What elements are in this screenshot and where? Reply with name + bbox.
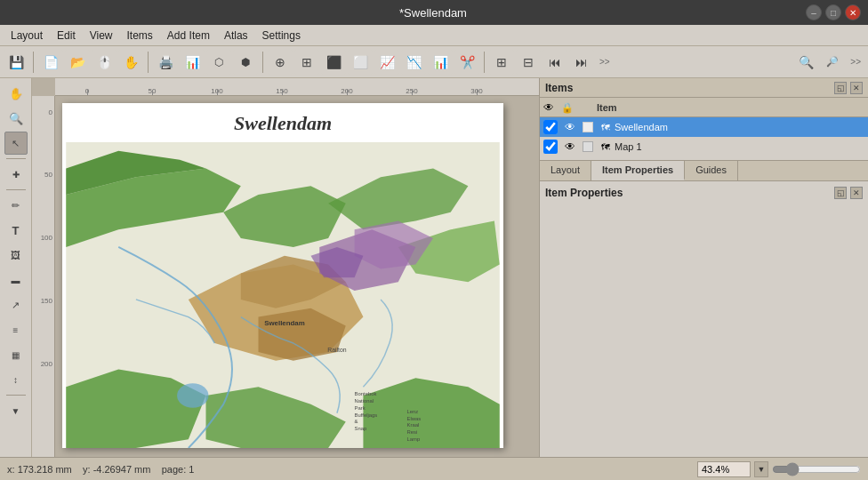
chart-button[interactable]: 📈 [374,50,399,75]
lt-sep1 [6,158,26,159]
scalebar-button[interactable]: ↕ [4,368,28,391]
add-map-button[interactable]: ✚ [4,163,28,186]
tab-layout[interactable]: Layout [540,161,591,180]
item-name-swellendam: Swellendam [615,122,864,132]
item-row-map1[interactable]: 👁 🗺 Map 1 [540,137,868,156]
item-eye-swellendam[interactable]: 👁 [561,121,579,133]
map-area: Swellendam Railton Bontebok National Par… [62,142,503,448]
zoom-input[interactable] [697,461,751,477]
menu-add-item[interactable]: Add Item [160,28,217,44]
menu-atlas[interactable]: Atlas [217,28,255,44]
svg-text:Kraal: Kraal [407,422,420,428]
item-icon-swellendam: 🗺 [597,123,615,132]
status-bar: x: 173.218 mm y: -4.26947 mm page: 1 ▼ [0,457,868,480]
menu-edit[interactable]: Edit [50,28,83,44]
table-button[interactable]: ≡ [4,318,28,341]
print-button[interactable]: 🖨️ [153,50,178,75]
props-float[interactable]: ◱ [834,187,847,199]
toolbar-more[interactable]: >> [596,55,614,68]
move-button[interactable]: ✋ [118,50,143,75]
props-close[interactable]: ✕ [850,187,863,199]
item-eye-map1[interactable]: 👁 [561,140,579,153]
tb-sep4 [484,52,485,73]
maximize-button[interactable]: □ [825,4,841,20]
zoom-tool-button[interactable]: 🔍 [4,107,28,130]
ruler-tick-100 [217,90,218,95]
ruler-v-150: 150 [41,297,52,305]
minimize-button[interactable]: – [806,4,822,20]
image-button[interactable]: 🖼 [4,244,28,267]
zoom-in-button[interactable]: 🔍 [793,50,818,75]
properties-controls: ◱ ✕ [834,187,863,199]
chart2-button[interactable]: 📉 [401,50,426,75]
ruler-tick-300 [477,90,478,95]
menu-view[interactable]: View [83,28,120,44]
map-title: Swellendam [62,103,503,135]
map-svg: Swellendam Railton Bontebok National Par… [62,142,503,448]
export3-button[interactable]: ⬢ [233,50,258,75]
item-check-map1[interactable] [543,140,558,154]
svg-text:National: National [355,398,374,404]
new-button[interactable]: 📄 [38,50,63,75]
open-button[interactable]: 📂 [65,50,90,75]
menu-items[interactable]: Items [120,28,160,44]
properties-title: Item Properties [545,187,623,199]
zoom-slider[interactable] [772,462,861,476]
zoom-dropdown[interactable]: ▼ [754,461,768,477]
lt-sep2 [6,189,26,190]
arrow-button[interactable]: ↗ [4,293,28,316]
canvas-sheet: Swellendam [62,103,503,448]
page-value: 1 [189,464,194,475]
export2-button[interactable]: ⬡ [206,50,231,75]
zoom-full-button[interactable]: ⊞ [294,50,319,75]
canvas-area[interactable]: 0 50 100 150 200 250 300 0 50 100 150 20… [32,78,539,457]
tab-item-properties[interactable]: Item Properties [591,161,685,180]
items-panel-title: Items [545,82,573,94]
zoom-out-button[interactable]: 🔎 [820,50,845,75]
group-button[interactable]: ⊞ [489,50,514,75]
text-button[interactable]: T [4,219,28,242]
chart3-button[interactable]: 📊 [428,50,453,75]
export-button[interactable]: 📊 [180,50,205,75]
close-button[interactable]: ✕ [845,4,861,20]
deselect-button[interactable]: ⬜ [348,50,373,75]
prev-button[interactable]: ⏮ [542,50,567,75]
right-panel: Items ◱ ✕ 👁 🔒 Item 👁 🗺 [539,78,868,457]
menu-layout[interactable]: Layout [4,28,50,44]
legend-button[interactable]: ▦ [4,343,28,366]
svg-text:Buffeljags: Buffeljags [355,412,378,418]
pan-tool-button[interactable]: ✋ [4,82,28,105]
svg-text:Resi: Resi [407,429,418,435]
save-button[interactable]: 💾 [4,50,28,75]
select-tool-button[interactable]: ↖ [4,132,28,155]
menu-settings[interactable]: Settings [255,28,308,44]
draw-button[interactable]: ✏ [4,194,28,217]
item-row-swellendam[interactable]: 👁 🗺 Swellendam [540,117,868,137]
properties-panel: Item Properties ◱ ✕ [540,181,868,457]
select-all-button[interactable]: ⬛ [321,50,346,75]
ungroup-button[interactable]: ⊟ [516,50,541,75]
next-button[interactable]: ⏭ [569,50,594,75]
items-panel-close[interactable]: ✕ [850,82,863,94]
zoom-extent-button[interactable]: ⊕ [268,50,293,75]
expand-button[interactable]: ▼ [4,399,28,422]
ruler-top: 0 50 100 150 200 250 300 [55,78,539,96]
select-button[interactable]: 🖱️ [92,50,117,75]
item-check-swellendam[interactable] [543,120,558,134]
window-title: *Swellendam [60,6,806,20]
svg-text:Lamp: Lamp [407,436,421,442]
item-lock-swellendam[interactable] [579,122,597,132]
x-label: x: [7,464,15,475]
item-lock-map1[interactable] [579,141,597,152]
tb-sep1 [33,52,34,73]
x-value: 173.218 mm [18,464,72,475]
cut-button[interactable]: ✂️ [454,50,479,75]
left-toolbar: ✋ 🔍 ↖ ✚ ✏ T 🖼 ▬ ↗ ≡ ▦ ↕ ▼ [0,78,32,457]
items-panel-float[interactable]: ◱ [834,82,847,94]
svg-text:Swellendam: Swellendam [264,319,304,327]
toolbar-more-right[interactable]: >> [847,55,864,68]
svg-point-15 [177,383,208,408]
shape-button[interactable]: ▬ [4,268,28,292]
tab-guides[interactable]: Guides [685,161,738,180]
toolbar: 💾 📄 📂 🖱️ ✋ 🖨️ 📊 ⬡ ⬢ ⊕ ⊞ ⬛ ⬜ 📈 📉 📊 ✂️ ⊞ ⊟… [0,46,868,78]
